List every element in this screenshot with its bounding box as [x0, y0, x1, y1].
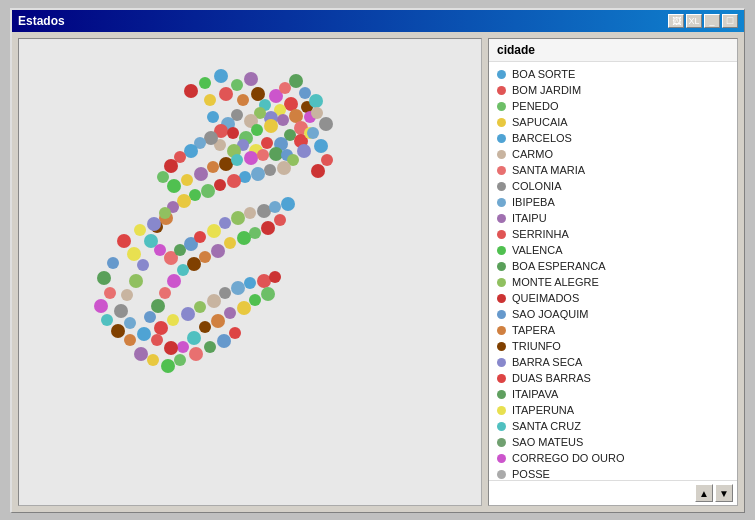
- legend-dot: [497, 198, 506, 207]
- scatter-dot: [134, 224, 146, 236]
- window-title: Estados: [18, 14, 65, 28]
- legend-dot: [497, 134, 506, 143]
- scatter-dot: [277, 161, 291, 175]
- scatter-dot: [244, 277, 256, 289]
- scatter-dot: [227, 174, 241, 188]
- scatter-dot: [231, 281, 245, 295]
- scatter-dot: [201, 184, 215, 198]
- legend-item[interactable]: SAPUCAIA: [489, 114, 737, 130]
- legend-item[interactable]: DUAS BARRAS: [489, 370, 737, 386]
- chart-panel: [18, 38, 482, 506]
- scatter-dot: [219, 217, 231, 229]
- legend-item[interactable]: SAO MATEUS: [489, 434, 737, 450]
- legend-item-label: BOM JARDIM: [512, 84, 581, 96]
- legend-item[interactable]: COLONIA: [489, 178, 737, 194]
- scatter-dot: [244, 72, 258, 86]
- legend-item-label: MONTE ALEGRE: [512, 276, 599, 288]
- legend-item-label: ITAPERUNA: [512, 404, 574, 416]
- scroll-up-button[interactable]: ▲: [695, 484, 713, 502]
- scatter-dot: [227, 127, 239, 139]
- legend-item[interactable]: BARRA SECA: [489, 354, 737, 370]
- scatter-dot: [101, 314, 113, 326]
- legend-item-label: BARRA SECA: [512, 356, 582, 368]
- legend-item[interactable]: CORREGO DO OURO: [489, 450, 737, 466]
- scatter-dot: [151, 334, 163, 346]
- scatter-dot: [117, 234, 131, 248]
- legend-item[interactable]: SAO JOAQUIM: [489, 306, 737, 322]
- scatter-dot: [194, 167, 208, 181]
- scatter-dot: [277, 114, 289, 126]
- legend-item-label: SANTA CRUZ: [512, 420, 581, 432]
- legend-item-label: VALENCA: [512, 244, 563, 256]
- maximize-button[interactable]: ☐: [722, 14, 738, 28]
- legend-item[interactable]: PENEDO: [489, 98, 737, 114]
- scatter-dot: [97, 271, 111, 285]
- xl-button[interactable]: XL: [686, 14, 702, 28]
- legend-item[interactable]: BOM JARDIM: [489, 82, 737, 98]
- legend-item[interactable]: SERRINHA: [489, 226, 737, 242]
- legend-item[interactable]: POSSE: [489, 466, 737, 480]
- legend-dot: [497, 310, 506, 319]
- scatter-dot: [177, 264, 189, 276]
- legend-dot: [497, 422, 506, 431]
- legend-item[interactable]: BOA SORTE: [489, 66, 737, 82]
- scatter-dot: [159, 207, 171, 219]
- scatter-dot: [297, 144, 311, 158]
- scatter-dot: [311, 164, 325, 178]
- scatter-dot: [134, 347, 148, 361]
- scatter-dot: [211, 244, 225, 258]
- icon-button[interactable]: 🖼: [668, 14, 684, 28]
- scatter-dot: [237, 231, 251, 245]
- legend-item[interactable]: ITAPERUNA: [489, 402, 737, 418]
- legend-item[interactable]: ITAIPAVA: [489, 386, 737, 402]
- scatter-dot: [204, 131, 218, 145]
- scatter-dot: [154, 321, 168, 335]
- legend-dot: [497, 326, 506, 335]
- scatter-dot: [319, 117, 333, 131]
- scatter-dot: [244, 151, 258, 165]
- scatter-dot: [177, 341, 189, 353]
- scatter-dot: [194, 231, 206, 243]
- scatter-dot: [269, 271, 281, 283]
- scatter-dot: [229, 327, 241, 339]
- scatter-dot: [167, 179, 181, 193]
- scatter-dot: [161, 359, 175, 373]
- legend-item[interactable]: MONTE ALEGRE: [489, 274, 737, 290]
- legend-header: cidade: [489, 39, 737, 62]
- scatter-dot: [224, 237, 236, 249]
- scatter-dot: [251, 167, 265, 181]
- legend-dot: [497, 230, 506, 239]
- legend-item[interactable]: TRIUNFO: [489, 338, 737, 354]
- legend-item[interactable]: VALENCA: [489, 242, 737, 258]
- legend-item-label: DUAS BARRAS: [512, 372, 591, 384]
- legend-item-label: BOA ESPERANCA: [512, 260, 606, 272]
- legend-item[interactable]: SANTA CRUZ: [489, 418, 737, 434]
- legend-item-label: SANTA MARIA: [512, 164, 585, 176]
- legend-item-label: IBIPEBA: [512, 196, 555, 208]
- scatter-dot: [309, 94, 323, 108]
- legend-dot: [497, 150, 506, 159]
- scatter-dot: [214, 179, 226, 191]
- legend-item[interactable]: IBIPEBA: [489, 194, 737, 210]
- legend-item[interactable]: TAPERA: [489, 322, 737, 338]
- legend-item[interactable]: BOA ESPERANCA: [489, 258, 737, 274]
- scatter-dot: [244, 207, 256, 219]
- legend-item[interactable]: SANTA MARIA: [489, 162, 737, 178]
- legend-item[interactable]: CARMO: [489, 146, 737, 162]
- scatter-dot: [167, 314, 179, 326]
- scatter-dot: [187, 257, 201, 271]
- scatter-dot: [231, 154, 243, 166]
- scroll-down-button[interactable]: ▼: [715, 484, 733, 502]
- legend-item[interactable]: ITAIPU: [489, 210, 737, 226]
- scatter-dot: [107, 257, 119, 269]
- scatter-dot: [144, 311, 156, 323]
- legend-item[interactable]: QUEIMADOS: [489, 290, 737, 306]
- legend-scroll: BOA SORTEBOM JARDIMPENEDOSAPUCAIABARCELO…: [489, 62, 737, 480]
- legend-item-label: SAO MATEUS: [512, 436, 583, 448]
- legend-footer: ▲ ▼: [489, 480, 737, 505]
- scatter-canvas: [19, 39, 481, 505]
- legend-item[interactable]: BARCELOS: [489, 130, 737, 146]
- legend-dot: [497, 70, 506, 79]
- scatter-dot: [111, 324, 125, 338]
- minimize-button[interactable]: _: [704, 14, 720, 28]
